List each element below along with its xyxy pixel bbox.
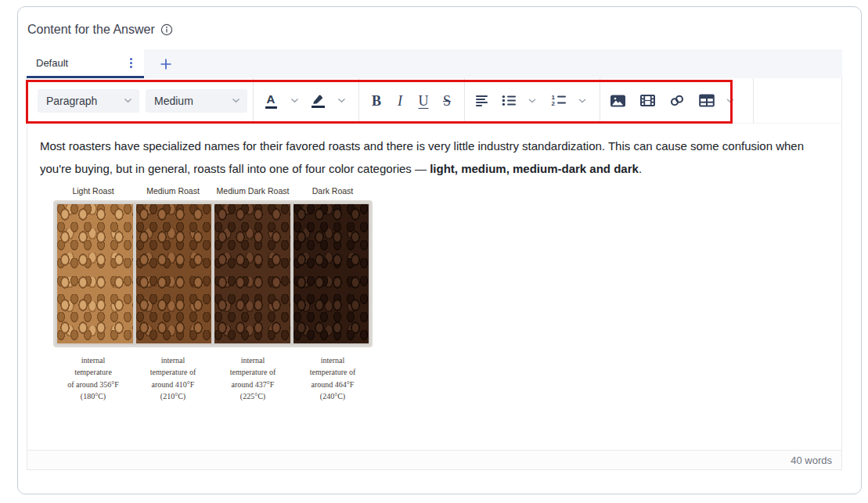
highlight-dropdown[interactable]	[330, 87, 353, 115]
bulleted-list-dropdown[interactable]	[520, 87, 544, 115]
media-icon	[639, 94, 656, 107]
toolbar-divider	[464, 78, 465, 123]
bold-button[interactable]: B	[365, 87, 388, 115]
word-count: 40 words	[791, 454, 832, 466]
chevron-down-icon	[124, 98, 132, 103]
tab-default[interactable]: Default	[27, 49, 144, 78]
roast-panel-1	[57, 204, 133, 343]
page-title: Content for the Answer	[27, 23, 155, 37]
font-color-button[interactable]: A	[259, 87, 283, 115]
info-icon[interactable]	[160, 23, 173, 36]
underline-icon: U	[419, 94, 429, 108]
roast-labels-row: Light Roast Medium Roast Medium Dark Roa…	[53, 187, 373, 196]
numbered-list-button[interactable]: 1 2	[547, 87, 571, 115]
add-tab-button[interactable]	[144, 49, 188, 78]
svg-text:2: 2	[552, 100, 556, 106]
table-icon	[699, 94, 715, 107]
chevron-down-icon	[726, 99, 734, 103]
chevron-down-icon	[528, 99, 536, 103]
highlight-marker-icon	[312, 94, 325, 108]
roast-captions-row: internal temperature of around 356°F (18…	[53, 354, 373, 403]
roast-beans-panels	[53, 200, 373, 347]
toolbar-divider	[358, 78, 359, 123]
tab-default-label: Default	[36, 57, 68, 69]
toolbar-divider	[600, 78, 600, 123]
roast-label: Light Roast	[53, 187, 133, 196]
card-header: Content for the Answer	[27, 23, 173, 37]
align-button[interactable]	[470, 87, 494, 115]
roast-caption: internal temperature of around 356°F (18…	[53, 354, 133, 403]
insert-table-dropdown[interactable]	[719, 87, 742, 115]
italic-button[interactable]: I	[388, 87, 412, 115]
roast-comparison-image[interactable]: Light Roast Medium Roast Medium Dark Roa…	[53, 187, 373, 403]
paragraph-style-value: Paragraph	[46, 95, 97, 107]
tab-menu-icon[interactable]	[126, 56, 136, 70]
insert-link-button[interactable]	[665, 87, 689, 115]
roast-panel-4	[294, 204, 369, 343]
paragraph-bold-text: light, medium, medium-dark and dark	[430, 162, 639, 175]
insert-table-button[interactable]	[695, 87, 719, 115]
image-icon	[610, 94, 626, 108]
highlight-button[interactable]	[306, 87, 330, 115]
italic-icon: I	[398, 94, 402, 108]
chevron-down-icon	[290, 98, 299, 103]
roast-label: Medium Roast	[133, 187, 213, 196]
align-left-icon	[475, 95, 489, 107]
roast-panel-2	[136, 204, 212, 343]
strikethrough-icon: S	[443, 94, 451, 108]
link-icon	[669, 94, 685, 107]
strikethrough-button[interactable]: S	[435, 87, 459, 115]
toolbar-divider	[753, 78, 754, 123]
roast-label: Dark Roast	[293, 187, 373, 196]
font-size-select[interactable]: Medium	[146, 89, 247, 113]
roast-panel-3	[214, 204, 290, 343]
numbered-list-icon: 1 2	[551, 95, 567, 106]
roast-caption: internal temperature of around 437°F (22…	[213, 354, 293, 403]
tab-bar: Default	[27, 49, 842, 78]
plus-icon	[160, 58, 172, 70]
font-size-value: Medium	[154, 95, 193, 107]
roast-caption: internal temperature of around 410°F (21…	[133, 354, 213, 403]
font-color-icon: A	[265, 93, 277, 109]
insert-image-button[interactable]	[606, 87, 629, 115]
paragraph-regular-text: Most roasters have specialized names for…	[40, 139, 804, 175]
editor-paragraph: Most roasters have specialized names for…	[40, 135, 819, 180]
toolbar-divider	[253, 78, 254, 123]
chevron-down-icon	[232, 98, 240, 103]
insert-media-button[interactable]	[636, 87, 659, 115]
chevron-down-icon	[578, 99, 586, 103]
paragraph-style-select[interactable]: Paragraph	[38, 89, 139, 113]
editor-status-bar: 40 words	[27, 450, 841, 469]
bulleted-list-button[interactable]	[497, 87, 520, 115]
content-card: Content for the Answer Default	[17, 6, 862, 494]
bold-icon: B	[372, 94, 381, 108]
paragraph-suffix: .	[639, 162, 642, 175]
editor-content-area[interactable]: Most roasters have specialized names for…	[27, 124, 841, 450]
roast-label: Medium Dark Roast	[213, 187, 293, 196]
chevron-down-icon	[337, 98, 346, 103]
editor-toolbar: Paragraph Medium A	[27, 78, 841, 124]
font-color-dropdown[interactable]	[283, 87, 306, 115]
numbered-list-dropdown[interactable]	[571, 87, 594, 115]
roast-caption: internal temperature of around 464°F (24…	[293, 354, 373, 403]
rich-text-editor: Paragraph Medium A	[27, 78, 842, 470]
bulleted-list-icon	[502, 95, 517, 106]
underline-button[interactable]: U	[412, 87, 435, 115]
